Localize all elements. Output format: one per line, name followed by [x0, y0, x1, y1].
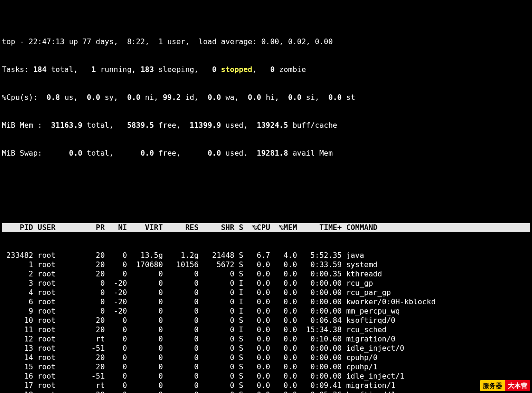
process-row[interactable]: 16 root -51 0 0 0 0 S 0.0 0.0 0:00.00 id…: [2, 372, 530, 381]
summary-line-swap: MiB Swap: 0.0 total, 0.0 free, 0.0 used.…: [2, 149, 530, 158]
terminal-output[interactable]: top - 22:47:13 up 77 days, 8:22, 1 user,…: [0, 0, 532, 393]
summary-line-mem: MiB Mem : 31163.9 total, 5839.5 free, 11…: [2, 121, 530, 130]
process-row[interactable]: 14 root 20 0 0 0 0 S 0.0 0.0 0:00.00 cpu…: [2, 353, 530, 362]
process-row[interactable]: 2 root 20 0 0 0 0 S 0.0 0.0 0:00.35 kthr…: [2, 269, 530, 279]
process-row[interactable]: 12 root rt 0 0 0 0 S 0.0 0.0 0:10.60 mig…: [2, 334, 530, 344]
top-summary: top - 22:47:13 up 77 days, 8:22, 1 user,…: [2, 19, 530, 177]
summary-line-cpu: %Cpu(s): 0.8 us, 0.0 sy, 0.0 ni, 99.2 id…: [2, 93, 530, 102]
process-table-body: 233482 root 20 0 13.5g 1.2g 21448 S 6.7 …: [2, 251, 530, 393]
process-row[interactable]: 6 root 0 -20 0 0 0 I 0.0 0.0 0:00.00 kwo…: [2, 297, 530, 307]
process-row[interactable]: 15 root 20 0 0 0 0 S 0.0 0.0 0:00.00 cpu…: [2, 362, 530, 372]
process-row[interactable]: 4 root 0 -20 0 0 0 I 0.0 0.0 0:00.00 rcu…: [2, 288, 530, 297]
process-row[interactable]: 11 root 20 0 0 0 0 I 0.0 0.0 15:34.38 rc…: [2, 325, 530, 334]
watermark-right: 大本营: [505, 380, 530, 391]
watermark-badge: 服务器 大本营: [480, 380, 530, 391]
process-row[interactable]: 10 root 20 0 0 0 0 S 0.0 0.0 0:06.84 kso…: [2, 316, 530, 325]
watermark-left: 服务器: [480, 380, 505, 391]
process-row[interactable]: 17 root rt 0 0 0 0 S 0.0 0.0 0:09.41 mig…: [2, 381, 530, 390]
summary-line-tasks: Tasks: 184 total, 1 running, 183 sleepin…: [2, 65, 530, 74]
process-row[interactable]: 9 root 0 -20 0 0 0 I 0.0 0.0 0:00.00 mm_…: [2, 307, 530, 316]
blank-line: [2, 195, 530, 204]
process-row[interactable]: 1 root 20 0 170680 10156 5672 S 0.0 0.0 …: [2, 260, 530, 269]
process-row[interactable]: 3 root 0 -20 0 0 0 I 0.0 0.0 0:00.00 rcu…: [2, 279, 530, 288]
summary-line-1: top - 22:47:13 up 77 days, 8:22, 1 user,…: [2, 37, 530, 46]
process-row[interactable]: 13 root -51 0 0 0 0 S 0.0 0.0 0:00.00 id…: [2, 344, 530, 353]
process-row[interactable]: 233482 root 20 0 13.5g 1.2g 21448 S 6.7 …: [2, 251, 530, 260]
process-table-header[interactable]: PID USER PR NI VIRT RES SHR S %CPU %MEM …: [2, 223, 530, 232]
process-row[interactable]: 18 root 20 0 0 0 0 S 0.0 0.0 0:05.36 kso…: [2, 390, 530, 393]
